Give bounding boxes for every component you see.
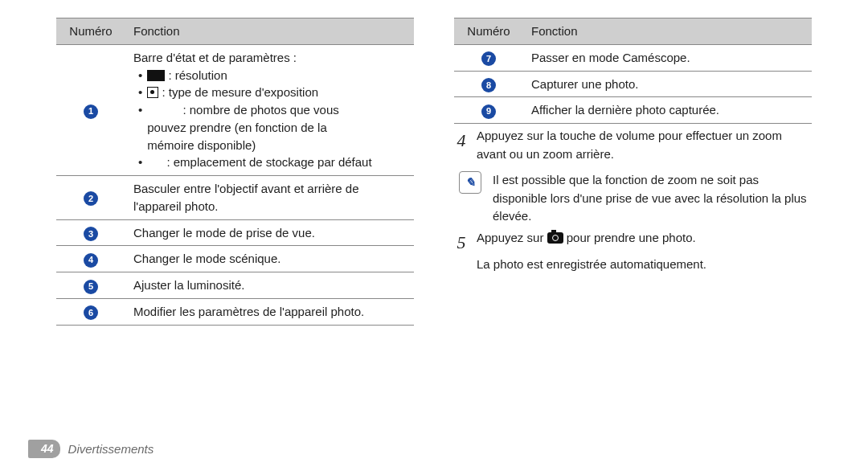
note-icon: ✎ (459, 171, 481, 194)
right-column: Numéro Fonction 7 Passer en mode Camésco… (454, 18, 812, 326)
bullet-resolution: • : résolution (138, 67, 406, 84)
step-number: 4 (454, 127, 469, 163)
number-badge-7: 7 (481, 51, 496, 66)
number-badge-8: 8 (481, 78, 496, 92)
manual-page: Numéro Fonction 1 Barre d'état et de par… (0, 0, 868, 471)
status-bar-title: Barre d'état et de paramètres : (133, 49, 406, 67)
metering-icon (147, 87, 158, 98)
number-badge-1: 1 (84, 104, 98, 119)
step-5-line2: La photo est enregistrée automatiquement… (477, 257, 812, 271)
table-row: 1 Barre d'état et de paramètres : • : ré… (56, 44, 414, 175)
right-table: Numéro Fonction 7 Passer en mode Camésco… (454, 18, 812, 124)
camera-icon (547, 232, 563, 244)
table-row: 4 Changer le mode scénique. (56, 246, 414, 272)
table-row: 5 Ajuster la luminosité. (56, 272, 414, 299)
page-footer: 44 Divertissements (28, 440, 154, 458)
row-function-cell: Passer en mode Caméscope. (523, 44, 812, 71)
row-function-cell: Barre d'état et de paramètres : • : réso… (125, 44, 414, 175)
number-badge-3: 3 (84, 227, 98, 241)
two-columns: Numéro Fonction 1 Barre d'état et de par… (56, 18, 812, 326)
table-row: 3 Changer le mode de prise de vue. (56, 219, 414, 246)
note-text: Il est possible que la fonction de zoom … (493, 171, 812, 226)
number-badge-4: 4 (84, 253, 98, 268)
left-column: Numéro Fonction 1 Barre d'état et de par… (56, 18, 414, 326)
bullet-storage: • : emplacement de stockage par défaut (138, 154, 406, 171)
number-badge-2: 2 (84, 191, 98, 206)
step-4: 4 Appuyez sur la touche de volume pour e… (454, 127, 812, 163)
row-function-cell: Modifier les paramètres de l'appareil ph… (125, 298, 414, 325)
header-fonction: Fonction (523, 18, 812, 45)
left-table: Numéro Fonction 1 Barre d'état et de par… (56, 18, 414, 326)
step-5: 5 Appuyez sur pour prendre une photo. (454, 229, 812, 256)
section-name: Divertissements (68, 442, 154, 456)
table-row: 9 Afficher la dernière photo capturée. (454, 97, 812, 124)
row-function-cell: Changer le mode scénique. (125, 246, 414, 272)
header-numero: Numéro (56, 18, 125, 45)
note-block: ✎ Il est possible que la fonction de zoo… (459, 171, 812, 226)
number-badge-6: 6 (84, 305, 98, 320)
step-number: 5 (454, 229, 469, 256)
row-function-cell: Ajuster la luminosité. (125, 272, 414, 299)
row-function-cell: Basculer entre l'objectif avant et arriè… (125, 176, 414, 220)
step-text: Appuyez sur la touche de volume pour eff… (477, 127, 812, 163)
row-function-cell: Capturer une photo. (523, 71, 812, 97)
number-badge-5: 5 (84, 280, 98, 294)
page-number: 44 (28, 440, 60, 458)
header-numero: Numéro (454, 18, 523, 45)
table-row: 2 Basculer entre l'objectif avant et arr… (56, 176, 414, 220)
header-fonction: Fonction (125, 18, 414, 45)
bullet-metering: • : type de mesure d'exposition (138, 84, 406, 101)
row-function-cell: Changer le mode de prise de vue. (125, 219, 414, 246)
table-row: 6 Modifier les paramètres de l'appareil … (56, 298, 414, 325)
step-text: Appuyez sur pour prendre une photo. (477, 229, 812, 256)
table-row: 7 Passer en mode Caméscope. (454, 44, 812, 71)
table-header-row: Numéro Fonction (454, 18, 812, 45)
row-function-cell: Afficher la dernière photo capturée. (523, 97, 812, 124)
number-badge-9: 9 (481, 104, 496, 119)
table-row: 8 Capturer une photo. (454, 71, 812, 97)
resolution-icon (147, 70, 165, 81)
row-number-cell: 1 (56, 44, 125, 175)
table-header-row: Numéro Fonction (56, 18, 414, 45)
bullet-photo-count: • : nombre de photos que vous pouvez pre… (138, 101, 406, 154)
